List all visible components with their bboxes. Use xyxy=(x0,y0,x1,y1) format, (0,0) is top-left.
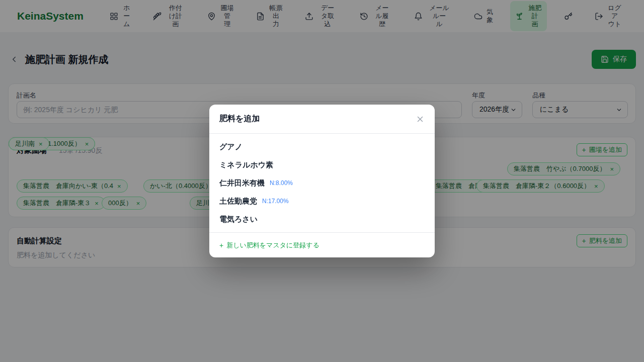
fertilizer-option[interactable]: 仁井田米有機 N:8.00% xyxy=(209,174,435,192)
modal-title: 肥料を追加 xyxy=(219,114,416,124)
plus-icon: + xyxy=(219,242,223,249)
nitrogen-value: N:8.00% xyxy=(270,179,293,187)
fertilizer-option[interactable]: グアノ xyxy=(209,138,435,156)
nitrogen-value: N:17.00% xyxy=(262,198,289,205)
fertilizer-option[interactable]: 電気ろさい xyxy=(209,210,435,228)
add-fertilizer-modal: 肥料を追加 グアノ ミネラルホウ素 仁井田米有機 N:8.00% 土佐勤農党 N… xyxy=(209,105,435,257)
fertilizer-list: グアノ ミネラルホウ素 仁井田米有機 N:8.00% 土佐勤農党 N:17.00… xyxy=(209,134,435,232)
register-new-fertilizer-link[interactable]: + 新しい肥料をマスタに登録する xyxy=(219,241,319,250)
modal-header: 肥料を追加 xyxy=(209,105,435,134)
fertilizer-option[interactable]: ミネラルホウ素 xyxy=(209,156,435,174)
modal-footer: + 新しい肥料をマスタに登録する xyxy=(209,232,435,257)
fertilizer-option[interactable]: 土佐勤農党 N:17.00% xyxy=(209,192,435,210)
close-icon[interactable] xyxy=(416,115,425,124)
